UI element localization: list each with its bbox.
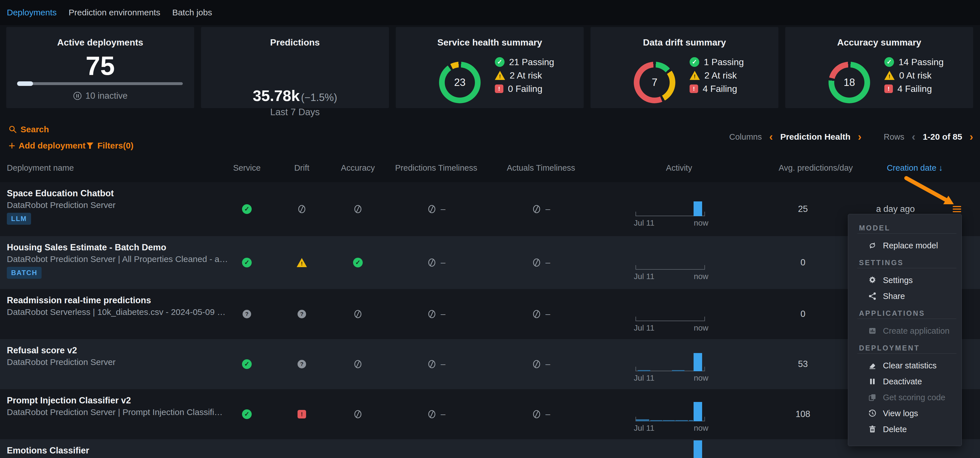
- activity-sparkline: Jul 11now: [635, 236, 705, 289]
- deployment-name-link[interactable]: Prompt Injection Classifier v2: [7, 395, 131, 406]
- add-deployment-label: Add deployment: [19, 141, 86, 151]
- at-risk-warning-icon: !: [495, 71, 505, 80]
- view-logs-icon: [868, 409, 877, 418]
- menu-item-label: Delete: [883, 425, 907, 434]
- menu-item-label: Settings: [883, 276, 913, 285]
- predictions-timeliness-cell: –: [427, 204, 445, 214]
- table-header: Deployment name Service Drift Accuracy P…: [0, 159, 980, 176]
- predictions-timeliness-cell: –: [427, 409, 445, 419]
- menu-section-header: APPLICATIONS: [857, 307, 956, 319]
- clear-statistics-icon: [868, 361, 877, 370]
- card-title: Service health summary: [396, 37, 584, 48]
- menu-item-label: Deactivate: [883, 377, 922, 386]
- menu-item-deactivate[interactable]: Deactivate: [848, 374, 961, 390]
- no-data-dash: –: [441, 409, 445, 419]
- top-nav: Deployments Prediction environments Batc…: [0, 0, 980, 25]
- legend-label: 2 At risk: [510, 70, 542, 81]
- table-row[interactable]: Housing Sales Estimate - Batch DemoDataR…: [0, 236, 980, 289]
- deployment-name-link[interactable]: Housing Sales Estimate - Batch Demo: [7, 242, 166, 253]
- legend-item-failing: !4 Failing: [690, 84, 744, 94]
- menu-item-share[interactable]: Share: [848, 288, 961, 304]
- accuracy-cell: ✓: [353, 258, 363, 268]
- disabled-status-icon: [353, 409, 363, 419]
- add-deployment-button[interactable]: + Add deployment: [8, 139, 86, 152]
- deployment-environment-subtitle: DataRobot Prediction Server: [7, 200, 116, 210]
- avg-predictions-value: 0: [800, 257, 805, 268]
- tab-deployments[interactable]: Deployments: [7, 8, 57, 17]
- columns-prev-chevron[interactable]: ‹: [769, 132, 773, 142]
- sparkline-end-label: now: [694, 272, 708, 281]
- menu-section-header: DEPLOYMENT: [857, 342, 956, 353]
- card-title: Data drift summary: [590, 37, 778, 48]
- filters-button[interactable]: Filters(0): [86, 139, 134, 152]
- table-row[interactable]: Space Education ChatbotDataRobot Predict…: [0, 182, 980, 236]
- drift-cell: ?: [298, 360, 306, 368]
- columns-next-chevron[interactable]: ›: [858, 132, 862, 142]
- sparkline-mini-bar: [663, 420, 675, 421]
- col-header-creation-date[interactable]: Creation date ↓: [887, 163, 943, 173]
- col-header-activity[interactable]: Activity: [666, 163, 692, 173]
- col-header-drift[interactable]: Drift: [294, 163, 309, 173]
- avg-predictions-value: 108: [795, 409, 810, 419]
- predictions-timeliness-cell: –: [427, 359, 445, 369]
- deployment-name-link[interactable]: Emotions Classifier: [7, 445, 89, 456]
- disabled-status-icon: [532, 409, 541, 419]
- col-header-deployment-name[interactable]: Deployment name: [7, 163, 74, 173]
- sparkline-bar: [694, 201, 702, 216]
- menu-item-label: Get scoring code: [883, 393, 945, 402]
- passing-check-icon: ✓: [242, 409, 252, 419]
- table-row[interactable]: Emotions Classifier: [0, 439, 980, 458]
- rows-next-chevron[interactable]: ›: [969, 132, 973, 142]
- row-actions-menu-trigger[interactable]: [953, 204, 961, 214]
- sparkline-end-label: now: [694, 423, 708, 433]
- avg-predictions-value: 0: [800, 309, 805, 319]
- predictions-timeliness-cell: –: [427, 258, 445, 268]
- replace-model-icon: [868, 241, 877, 250]
- menu-section-header: SETTINGS: [857, 257, 956, 268]
- avg-predictions-value: 25: [798, 204, 808, 214]
- filter-funnel-icon: [86, 142, 94, 150]
- col-header-actuals-timeliness[interactable]: Actuals Timeliness: [507, 163, 575, 173]
- rows-prev-chevron[interactable]: ‹: [912, 132, 915, 142]
- table-pagination: Columns ‹ Prediction Health › Rows ‹ 1-2…: [729, 130, 973, 143]
- tab-prediction-environments[interactable]: Prediction environments: [68, 8, 160, 17]
- data-drift-legend: ✓1 Passing!2 At risk!4 Failing: [690, 57, 744, 94]
- col-header-predictions-timeliness[interactable]: Predictions Timeliness: [395, 163, 477, 173]
- disabled-status-icon: [532, 309, 541, 319]
- accuracy-cell: [353, 309, 363, 319]
- table-row[interactable]: Refusal score v2DataRobot Prediction Ser…: [0, 339, 980, 389]
- col-header-accuracy[interactable]: Accuracy: [341, 163, 375, 173]
- menu-item-settings[interactable]: Settings: [848, 272, 961, 288]
- get-scoring-code-icon: [868, 393, 877, 402]
- deployment-name-link[interactable]: Readmission real-time predictions: [7, 295, 151, 306]
- table-row[interactable]: Prompt Injection Classifier v2DataRobot …: [0, 389, 980, 439]
- menu-item-replace-model[interactable]: Replace model: [848, 238, 961, 254]
- accuracy-summary-card: Accuracy summary 18 ✓14 Passing!0 At ris…: [785, 27, 973, 108]
- active-deployments-card: Active deployments 75 10 inactive: [6, 27, 194, 108]
- sparkline-end-label: now: [694, 219, 708, 228]
- passing-check-icon: ✓: [353, 258, 363, 268]
- failing-alert-icon: !: [495, 84, 503, 93]
- menu-item-view-logs[interactable]: View logs: [848, 406, 961, 421]
- search-button[interactable]: Search: [8, 123, 49, 136]
- col-header-avg-predictions[interactable]: Avg. predictions/day: [779, 163, 853, 173]
- slider-handle[interactable]: [17, 81, 33, 86]
- accuracy-cell: [353, 359, 363, 369]
- tab-batch-jobs[interactable]: Batch jobs: [172, 8, 212, 17]
- disabled-status-icon: [353, 204, 363, 214]
- deployments-range-slider[interactable]: [18, 82, 183, 85]
- drift-cell: !: [298, 410, 306, 418]
- predictions-card: Predictions 35.78k (−1.5%) Last 7 Days: [201, 27, 389, 108]
- at-risk-warning-icon: !: [885, 71, 894, 80]
- menu-item-get-scoring-code: Get scoring code: [848, 390, 961, 406]
- menu-section-header: MODEL: [857, 222, 956, 233]
- menu-item-delete[interactable]: Delete: [848, 421, 961, 437]
- legend-label: 4 Failing: [897, 84, 932, 94]
- deployment-name-link[interactable]: Space Education Chatbot: [7, 188, 114, 198]
- menu-item-clear-statistics[interactable]: Clear statistics: [848, 358, 961, 374]
- table-row[interactable]: Readmission real-time predictionsDataRob…: [0, 289, 980, 339]
- legend-label: 14 Passing: [899, 57, 943, 67]
- deployment-name-link[interactable]: Refusal score v2: [7, 345, 77, 356]
- col-header-service[interactable]: Service: [233, 163, 261, 173]
- activity-sparkline: Jul 11now: [635, 289, 705, 339]
